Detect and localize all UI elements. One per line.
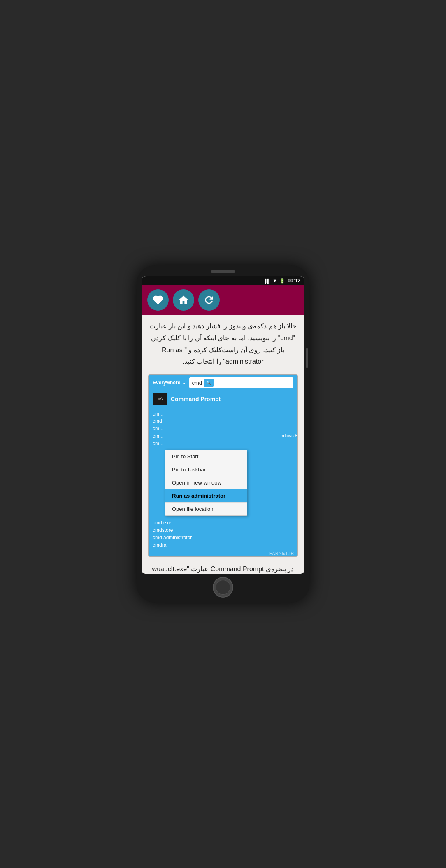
refresh-button[interactable] xyxy=(198,289,220,311)
dropdown-arrow-icon: ⌄ xyxy=(182,380,186,386)
menu-run-as-admin[interactable]: Run as administrator xyxy=(165,489,247,503)
phone-device: ▐|▌ ▼ 🔋 00:12 xyxy=(137,265,309,603)
wifi-icon: ▼ xyxy=(272,278,277,283)
favorite-button[interactable] xyxy=(147,289,169,311)
search-button[interactable]: 🔍 xyxy=(204,379,214,387)
footer-text: FARNET.IR xyxy=(269,551,294,556)
menu-pin-taskbar-label: Pin to Taskbar xyxy=(172,466,206,473)
menu-pin-taskbar[interactable]: Pin to Taskbar xyxy=(165,463,247,476)
top-bar xyxy=(142,285,304,315)
status-bar: ▐|▌ ▼ 🔋 00:12 xyxy=(142,276,304,285)
menu-open-new-window[interactable]: Open in new window xyxy=(165,476,247,489)
phone-screen: ▐|▌ ▼ 🔋 00:12 xyxy=(142,276,304,574)
menu-pin-start-label: Pin to Start xyxy=(172,453,198,459)
list-item-cmd5: cm... xyxy=(153,440,297,447)
context-menu: Pin to Start Pin to Taskbar Open in new … xyxy=(165,450,247,516)
persian-text-2: در پنجره‌ی Command Prompt عبارت "wuauclt… xyxy=(148,563,298,574)
lower-list: cmd.exe cmdstore cmd administrator cmdra xyxy=(149,517,297,550)
status-time: 00:12 xyxy=(288,278,300,284)
cmd-icon-text: C:\ xyxy=(158,397,163,401)
persian-text-1: حالا باز هم دکمه‌ی ویندوز را فشار دهید و… xyxy=(148,321,298,368)
list-item-cmd2: cmd xyxy=(153,418,297,425)
list-item-cmd4: cm... ndows 8 xyxy=(153,432,297,440)
battery-icon: 🔋 xyxy=(279,278,285,284)
home-button-inner xyxy=(216,580,230,595)
search-icon: 🔍 xyxy=(206,381,211,385)
menu-open-new-window-label: Open in new window xyxy=(172,480,221,486)
home-physical-button[interactable] xyxy=(213,577,233,598)
list-item-cmd3: cm... xyxy=(153,425,297,432)
list-item-cmdra: cmdra xyxy=(153,541,293,549)
everywhere-dropdown[interactable]: Everywhere ⌄ xyxy=(153,380,186,386)
menu-open-file-location[interactable]: Open file location xyxy=(165,503,247,515)
list-item-cmdadmin: cmd administrator xyxy=(153,534,293,541)
content-area: حالا باز هم دکمه‌ی ویندوز را فشار دهید و… xyxy=(142,315,304,574)
everywhere-label: Everywhere xyxy=(153,380,180,386)
cmd-search-bar: Everywhere ⌄ cmd 🔍 xyxy=(149,375,297,390)
vibrate-icon: ▐|▌ xyxy=(263,279,270,283)
list-bg: cm... cmd cm... cm... ndows 8 cm... xyxy=(153,409,297,448)
list-item-cmd1: cm... xyxy=(153,410,297,418)
cmd-icon: C:\ xyxy=(153,393,167,405)
screenshot-footer: FARNET.IR xyxy=(149,550,297,556)
cmd-result-label: Command Prompt xyxy=(171,396,221,402)
search-value: cmd xyxy=(192,380,202,386)
list-with-menu: cm... cmd cm... cm... ndows 8 cm... Pin … xyxy=(149,408,297,517)
cmd-screenshot: Everywhere ⌄ cmd 🔍 C:\ Command xyxy=(148,374,298,557)
menu-pin-start[interactable]: Pin to Start xyxy=(165,450,247,463)
menu-open-file-location-label: Open file location xyxy=(172,506,213,512)
home-button[interactable] xyxy=(173,289,194,311)
power-button[interactable] xyxy=(306,348,308,368)
list-item-cmdexe: cmd.exe xyxy=(153,519,293,526)
search-bar: cmd 🔍 xyxy=(189,377,293,388)
list-item-cmdstore: cmdstore xyxy=(153,526,293,534)
cmd-result-row: C:\ Command Prompt xyxy=(149,390,297,408)
phone-speaker xyxy=(211,270,235,273)
menu-run-as-admin-label: Run as administrator xyxy=(172,493,225,499)
